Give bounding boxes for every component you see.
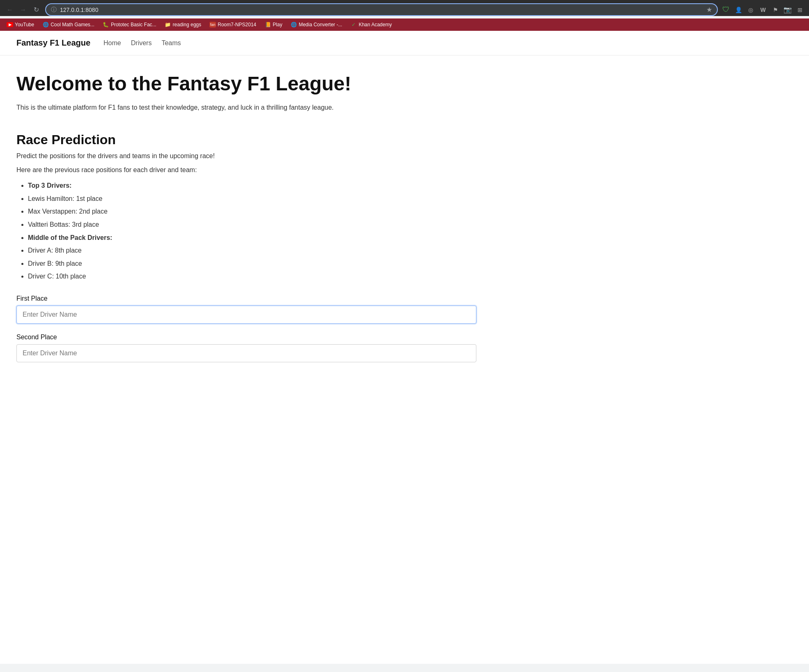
hero-title: Welcome to the Fantasy F1 League! bbox=[16, 72, 476, 96]
main-content: Welcome to the Fantasy F1 League! This i… bbox=[0, 55, 493, 389]
midpack-driver-b: Driver B: 9th place bbox=[28, 258, 476, 269]
reading-eggs-favicon: 📁 bbox=[165, 21, 171, 28]
site-nav: Fantasy F1 League Home Drivers Teams bbox=[0, 31, 809, 55]
nav-link-drivers[interactable]: Drivers bbox=[131, 39, 152, 47]
prototec-favicon: 🐛 bbox=[103, 21, 109, 28]
bookmark-coolmath-label: Cool Math Games... bbox=[51, 22, 94, 28]
top3-driver-1: Lewis Hamilton: 1st place bbox=[28, 193, 476, 204]
room7-favicon: fan bbox=[209, 22, 216, 28]
top3-driver-3: Valtteri Bottas: 3rd place bbox=[28, 219, 476, 230]
bookmarks-bar: ▶ YouTube 🌐 Cool Math Games... 🐛 Protote… bbox=[0, 18, 809, 31]
midpack-label: Middle of the Pack Drivers: bbox=[28, 232, 476, 243]
second-place-label: Second Place bbox=[16, 334, 476, 341]
reload-button[interactable]: ↻ bbox=[30, 4, 42, 16]
midpack-driver-c: Driver C: 10th place bbox=[28, 271, 476, 282]
nav-link-teams[interactable]: Teams bbox=[161, 39, 181, 47]
nav-buttons: ← → ↻ bbox=[4, 4, 42, 16]
race-prediction-desc: Predict the positions for the drivers an… bbox=[16, 152, 476, 160]
browser-chrome: ← → ↻ ⓘ ★ 🛡 👤 ◎ W ⚑ 📷 ⊞ bbox=[0, 0, 809, 16]
second-place-input[interactable] bbox=[16, 344, 476, 362]
midpack-driver-a: Driver A: 8th place bbox=[28, 245, 476, 256]
nav-links: Home Drivers Teams bbox=[103, 39, 181, 47]
person-extension-icon[interactable]: 👤 bbox=[733, 5, 743, 15]
bookmark-youtube-label: YouTube bbox=[15, 22, 34, 28]
previous-positions-label: Here are the previous race positions for… bbox=[16, 166, 476, 174]
media-converter-favicon: 🌐 bbox=[290, 21, 297, 28]
camera-extension-icon[interactable]: 📷 bbox=[783, 5, 793, 15]
bookmark-youtube[interactable]: ▶ YouTube bbox=[3, 20, 37, 29]
bookmark-coolmath[interactable]: 🌐 Cool Math Games... bbox=[39, 20, 98, 29]
grid-extension-icon[interactable]: ⊞ bbox=[795, 5, 805, 15]
browser-toolbar: ← → ↻ ⓘ ★ 🛡 👤 ◎ W ⚑ 📷 ⊞ bbox=[4, 3, 805, 16]
shield-extension-icon[interactable]: 🛡 bbox=[721, 5, 731, 15]
address-icon: ⓘ bbox=[51, 6, 57, 14]
bookmark-reading-eggs[interactable]: 📁 reading eggs bbox=[161, 20, 205, 29]
second-place-group: Second Place bbox=[16, 334, 476, 362]
flag-extension-icon[interactable]: ⚑ bbox=[770, 5, 780, 15]
forward-button[interactable]: → bbox=[17, 4, 29, 16]
nav-link-home[interactable]: Home bbox=[103, 39, 121, 47]
play-favicon: 📙 bbox=[264, 21, 271, 28]
first-place-label: First Place bbox=[16, 295, 476, 302]
first-place-group: First Place bbox=[16, 295, 476, 324]
top3-driver-2: Max Verstappen: 2nd place bbox=[28, 206, 476, 217]
khan-favicon: ✓ bbox=[350, 21, 357, 28]
site-logo[interactable]: Fantasy F1 League bbox=[16, 38, 90, 48]
bookmark-star-icon[interactable]: ★ bbox=[706, 6, 712, 14]
extensions-area: 🛡 👤 ◎ W ⚑ 📷 ⊞ bbox=[721, 5, 805, 15]
bookmark-play-label: Play bbox=[273, 22, 282, 28]
results-list: Top 3 Drivers: Lewis Hamilton: 1st place… bbox=[16, 180, 476, 282]
hero-subtitle: This is the ultimate platform for F1 fan… bbox=[16, 102, 476, 113]
bookmark-khan-academy[interactable]: ✓ Khan Academy bbox=[347, 20, 395, 29]
bookmark-reading-eggs-label: reading eggs bbox=[173, 22, 201, 28]
race-prediction-title: Race Prediction bbox=[16, 132, 476, 147]
w-extension-icon[interactable]: W bbox=[758, 5, 768, 15]
first-place-input[interactable] bbox=[16, 306, 476, 324]
target-extension-icon[interactable]: ◎ bbox=[746, 5, 756, 15]
bookmark-room7[interactable]: fan Room7-NPS2014 bbox=[206, 21, 260, 29]
page-wrapper: Fantasy F1 League Home Drivers Teams Wel… bbox=[0, 31, 809, 664]
bookmark-media-converter[interactable]: 🌐 Media Converter -... bbox=[287, 20, 345, 29]
bookmark-room7-label: Room7-NPS2014 bbox=[218, 22, 256, 28]
bookmark-khan-label: Khan Academy bbox=[359, 22, 392, 28]
address-bar-input[interactable] bbox=[60, 7, 703, 13]
youtube-favicon: ▶ bbox=[7, 21, 13, 28]
bookmark-prototec-label: Prototec Basic Fac... bbox=[111, 22, 156, 28]
bookmark-play[interactable]: 📙 Play bbox=[261, 20, 285, 29]
bookmark-prototec[interactable]: 🐛 Prototec Basic Fac... bbox=[99, 20, 160, 29]
address-bar-container[interactable]: ⓘ ★ bbox=[45, 3, 718, 16]
top3-label: Top 3 Drivers: bbox=[28, 180, 476, 191]
coolmath-favicon: 🌐 bbox=[42, 21, 49, 28]
bookmark-media-converter-label: Media Converter -... bbox=[299, 22, 342, 28]
back-button[interactable]: ← bbox=[4, 4, 16, 16]
